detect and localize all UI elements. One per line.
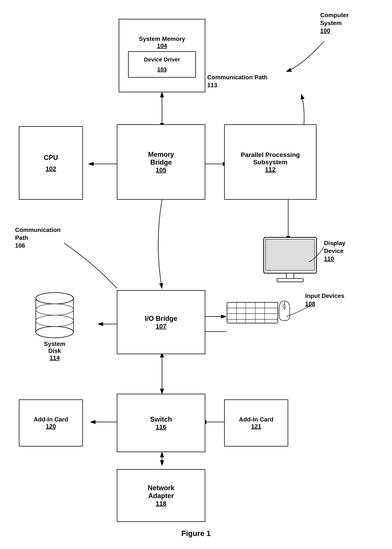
device-driver-num: 103 <box>157 66 167 72</box>
system-memory-num: 104 <box>157 42 167 49</box>
switch-num: 116 <box>156 423 167 431</box>
switch-label: Switch <box>150 415 172 423</box>
network-adapter-box: NetworkAdapter 118 <box>117 469 205 522</box>
svg-rect-17 <box>227 302 278 323</box>
add-in-card-120-num: 120 <box>46 423 56 430</box>
keyboard-icon <box>226 302 279 324</box>
io-bridge-label: I/O Bridge <box>145 315 177 323</box>
parallel-processing-box: Parallel ProcessingSubsystem 112 <box>224 124 316 200</box>
svg-point-34 <box>36 304 73 315</box>
add-in-card-120-label: Add-In Card <box>34 416 68 423</box>
comm-path-106-annotation: Communication Path 106 <box>15 226 61 250</box>
memory-bridge-label: MemoryBridge <box>148 151 174 166</box>
memory-bridge-box: MemoryBridge 105 <box>117 124 205 200</box>
network-adapter-label: NetworkAdapter <box>148 484 175 500</box>
figure-caption: Figure 1 <box>158 529 234 538</box>
add-in-card-120-box: Add-In Card 120 <box>19 399 83 446</box>
input-devices-annotation: Input Devices 108 <box>305 292 344 308</box>
cpu-box: CPU 102 <box>19 126 83 200</box>
system-disk-area: SystemDisk 114 <box>19 288 91 362</box>
device-driver-label: Device Driver <box>144 56 180 63</box>
svg-rect-16 <box>277 278 303 282</box>
comm-path-113-annotation: Communication Path 113 <box>207 73 267 89</box>
svg-rect-15 <box>286 273 294 279</box>
monitor-icon <box>260 235 320 284</box>
input-devices-area <box>226 296 292 337</box>
network-adapter-num: 118 <box>156 500 167 507</box>
io-bridge-num: 107 <box>156 323 167 330</box>
cpu-num: 102 <box>46 165 56 172</box>
memory-bridge-num: 105 <box>156 166 167 174</box>
system-memory-box: System Memory 104 Device Driver 103 <box>119 19 205 92</box>
system-memory-label: System Memory <box>139 35 185 42</box>
computer-system-annotation: Computer System 100 <box>320 11 349 35</box>
svg-point-35 <box>36 315 73 326</box>
display-device-area <box>260 235 320 284</box>
switch-box: Switch 116 <box>117 394 205 452</box>
cylinder-icon <box>34 289 75 340</box>
svg-point-32 <box>36 293 73 304</box>
parallel-processing-label: Parallel ProcessingSubsystem <box>241 151 300 166</box>
add-in-card-121-num: 121 <box>251 423 261 430</box>
diagram: Computer System 100 System Memory 104 De… <box>0 0 392 549</box>
display-device-annotation: DisplayDevice 110 <box>324 239 345 263</box>
add-in-card-121-label: Add-In Card <box>239 416 273 423</box>
svg-rect-14 <box>266 239 315 270</box>
parallel-processing-num: 112 <box>265 166 276 173</box>
mouse-icon <box>277 300 292 322</box>
add-in-card-121-box: Add-In Card 121 <box>224 399 288 446</box>
cpu-label: CPU <box>44 154 58 162</box>
device-driver-box: Device Driver 103 <box>128 51 196 78</box>
svg-point-33 <box>36 326 73 338</box>
io-bridge-box: I/O Bridge 107 <box>117 290 205 354</box>
